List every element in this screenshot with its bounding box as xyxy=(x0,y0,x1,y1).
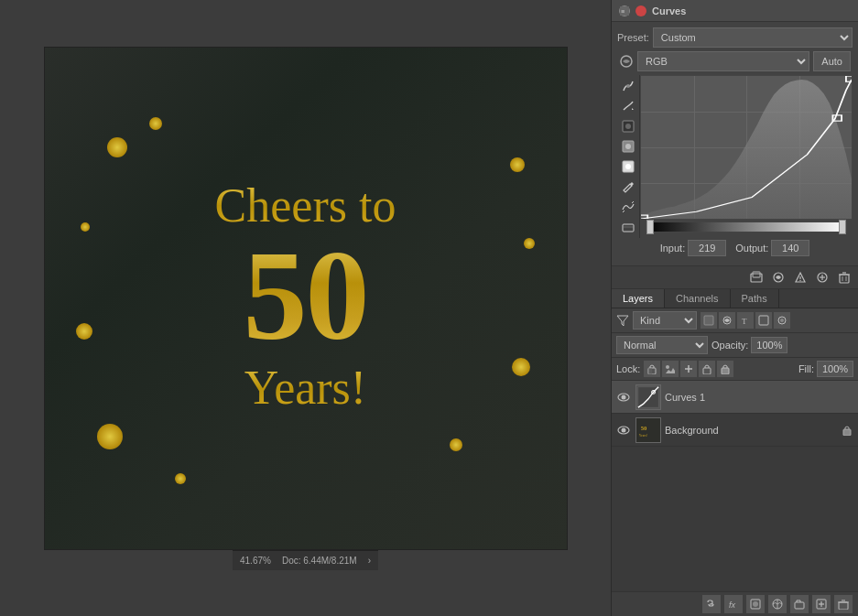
histogram-svg xyxy=(641,76,852,219)
dot-decoration xyxy=(81,222,90,232)
channel-row: RGB Red Green Blue Auto xyxy=(617,51,853,71)
dot-decoration xyxy=(149,117,162,130)
canvas-image[interactable]: Cheers to 50 Years! xyxy=(45,48,567,549)
bottom-slider-container xyxy=(640,222,853,236)
graph-column xyxy=(640,75,853,238)
layers-action-icon-1[interactable] xyxy=(748,269,765,286)
group-layers-btn[interactable] xyxy=(790,595,809,613)
zoom-level: 41.67% xyxy=(240,556,271,566)
opacity-input[interactable] xyxy=(751,337,787,353)
auto-button[interactable]: Auto xyxy=(813,51,851,71)
layer-item-curves[interactable]: Curves 1 xyxy=(612,381,858,414)
svg-rect-18 xyxy=(753,272,760,277)
smooth-tool[interactable] xyxy=(619,198,637,216)
svg-point-37 xyxy=(666,365,669,369)
lock-all-btn[interactable] xyxy=(717,361,733,377)
channel-icon xyxy=(619,54,634,69)
output-gradient xyxy=(646,222,847,232)
svg-point-3 xyxy=(626,84,630,88)
svg-point-21 xyxy=(799,280,800,281)
layers-action-icon-2[interactable] xyxy=(770,269,787,286)
curve-point-tool[interactable] xyxy=(619,77,637,95)
svg-point-34 xyxy=(780,319,784,322)
layer-name-background: Background xyxy=(665,425,836,436)
panel-title: Curves xyxy=(652,5,686,16)
output-label: Output: xyxy=(735,243,768,254)
add-layer-btn[interactable] xyxy=(812,595,831,613)
lock-image-btn[interactable] xyxy=(662,361,679,377)
input-label: Input: xyxy=(660,243,686,254)
curves-panel-header: ≡ Curves xyxy=(612,0,858,22)
filter-text-icon[interactable]: T xyxy=(737,312,754,329)
curves-main-row xyxy=(617,75,853,238)
preset-dropdown[interactable]: Custom Default Strong Contrast Lighter D… xyxy=(653,27,853,48)
layer-thumb-background: 50 Years! xyxy=(635,417,661,443)
svg-point-9 xyxy=(625,164,631,169)
napkin-text: Cheers to 50 Years! xyxy=(215,179,396,417)
filter-adjust-icon[interactable] xyxy=(719,312,735,329)
sample-midtones-tool[interactable] xyxy=(619,137,637,156)
lock-position-btn[interactable] xyxy=(699,361,715,377)
visibility-background[interactable] xyxy=(615,422,632,438)
delete-layer-btn[interactable] xyxy=(834,595,853,613)
lock-artboard-btn[interactable] xyxy=(680,361,697,377)
channel-dropdown[interactable]: RGB Red Green Blue xyxy=(637,51,809,71)
layer-thumb-group xyxy=(635,384,661,410)
blend-mode-dropdown[interactable]: Normal Dissolve Multiply Screen Overlay xyxy=(616,336,708,354)
svg-text:Years!: Years! xyxy=(639,434,648,438)
shadow-handle[interactable] xyxy=(646,220,654,234)
sample-shadows-tool[interactable] xyxy=(619,117,637,135)
svg-line-11 xyxy=(632,201,634,203)
panel-icon: ≡ xyxy=(619,5,630,16)
svg-point-55 xyxy=(753,601,758,607)
filter-shape-icon[interactable] xyxy=(755,312,772,329)
layers-action-icon-4[interactable] xyxy=(814,269,831,286)
tab-paths[interactable]: Paths xyxy=(731,289,779,308)
layers-delete-icon[interactable] xyxy=(836,269,853,286)
output-value[interactable] xyxy=(771,240,809,256)
add-mask-btn[interactable] xyxy=(746,595,765,613)
edit-pencil-tool[interactable] xyxy=(619,178,637,196)
svg-rect-41 xyxy=(722,368,729,374)
tab-channels[interactable]: Channels xyxy=(665,289,730,308)
layers-action-icon-3[interactable] xyxy=(792,269,809,286)
opacity-row: Opacity: xyxy=(711,337,787,353)
svg-point-48 xyxy=(622,427,626,432)
curve-draw-tool[interactable] xyxy=(619,97,637,115)
canvas-container: Cheers to 50 Years! xyxy=(44,47,568,550)
add-style-btn[interactable]: fx xyxy=(724,595,743,613)
curves-left-tools xyxy=(617,75,640,238)
canvas-area: Cheers to 50 Years! 41.67% Doc: 6.44M/8.… xyxy=(0,0,611,616)
visibility-curves[interactable] xyxy=(615,389,632,405)
fill-input[interactable] xyxy=(817,361,853,377)
input-value[interactable] xyxy=(688,240,726,256)
lock-row: Lock: xyxy=(612,358,858,381)
filter-smart-icon[interactable] xyxy=(774,312,790,329)
dot-decoration xyxy=(175,473,186,484)
svg-rect-40 xyxy=(703,368,711,374)
blend-row: Normal Dissolve Multiply Screen Overlay … xyxy=(612,333,858,358)
input-field: Input: xyxy=(660,240,727,256)
svg-rect-36 xyxy=(648,368,652,374)
svg-rect-32 xyxy=(759,316,768,325)
svg-point-7 xyxy=(625,144,631,149)
svg-rect-25 xyxy=(840,275,849,283)
dot-decoration xyxy=(524,238,535,249)
io-row: Input: Output: xyxy=(617,238,853,260)
filter-dropdown[interactable]: Kind Name Effect Mode Attribute Color Sm… xyxy=(633,311,697,330)
link-layers-btn[interactable] xyxy=(702,595,721,613)
status-arrow[interactable]: › xyxy=(368,556,371,566)
clipping-tool[interactable] xyxy=(619,218,637,236)
highlight-handle[interactable] xyxy=(839,220,846,234)
add-adjustment-btn[interactable] xyxy=(768,595,787,613)
sample-highlights-tool[interactable] xyxy=(619,157,637,176)
svg-rect-52 xyxy=(843,429,851,436)
filter-pixel-icon[interactable] xyxy=(701,312,717,329)
svg-text:50: 50 xyxy=(641,425,647,431)
lock-transparent-btn[interactable] xyxy=(644,361,660,377)
curves-graph[interactable] xyxy=(640,75,853,220)
layer-lock-background xyxy=(840,423,854,438)
svg-rect-29 xyxy=(704,316,713,325)
layer-item-background[interactable]: 50 Years! Background xyxy=(612,414,858,447)
tab-layers[interactable]: Layers xyxy=(612,289,665,308)
